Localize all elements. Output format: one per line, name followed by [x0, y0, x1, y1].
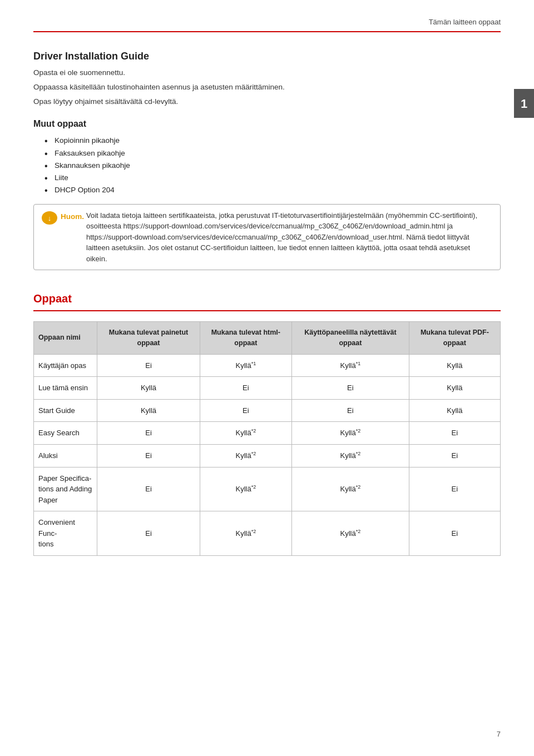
list-item: Skannauksen pikaohje [44, 160, 501, 171]
row-printed: Ei [97, 467, 200, 511]
row-panel: Kyllä*2 [292, 422, 409, 445]
row-name: Convenient Func-tions [34, 511, 97, 556]
table-row: Lue tämä ensin Kyllä Ei Ei Kyllä [34, 377, 501, 400]
list-item: Faksauksen pikaohje [44, 148, 501, 159]
row-html: Kyllä*2 [200, 511, 291, 556]
intro-line1: Opasta ei ole suomennettu. [33, 67, 501, 78]
row-pdf: Kyllä [409, 354, 500, 377]
table-header-pdf: Mukana tulevat PDF-oppaat [409, 322, 500, 355]
intro-line2: Oppaassa käsitellään tulostinohainten as… [33, 82, 501, 93]
table-row: Start Guide Kyllä Ei Ei Kyllä [34, 399, 501, 422]
table-header-printed: Mukana tulevat painetut oppaat [97, 322, 200, 355]
muut-oppaat-title: Muut oppaat [33, 117, 501, 131]
note-box: ↓ Huom. Voit ladata tietoja laitteen ser… [33, 204, 501, 271]
list-item: Kopioinnin pikaohje [44, 135, 501, 146]
row-name: Paper Specifica-tions and AddingPaper [34, 467, 97, 511]
row-panel: Kyllä*2 [292, 445, 409, 467]
note-icon: ↓ [42, 211, 57, 225]
row-name: Käyttäjän opas [34, 354, 97, 377]
note-text: Voit ladata tietoja laitteen sertifikaat… [86, 210, 492, 265]
note-label: Huom. [61, 211, 84, 222]
row-html: Kyllä*1 [200, 354, 291, 377]
svg-text:↓: ↓ [48, 214, 52, 222]
row-printed: Kyllä [97, 377, 200, 400]
section-title: Driver Installation Guide [33, 49, 501, 64]
row-pdf: Ei [409, 511, 500, 556]
row-printed: Ei [97, 445, 200, 467]
row-name: Aluksi [34, 445, 97, 467]
row-pdf: Ei [409, 445, 500, 467]
row-name: Start Guide [34, 399, 97, 422]
row-html: Ei [200, 377, 291, 400]
header-title: Tämän laitteen oppaat [429, 17, 501, 28]
table-header-html: Mukana tulevat html-oppaat [200, 322, 291, 355]
table-row: Aluksi Ei Kyllä*2 Kyllä*2 Ei [34, 445, 501, 467]
row-name: Easy Search [34, 422, 97, 445]
table-row: Käyttäjän opas Ei Kyllä*1 Kyllä*1 Kyllä [34, 354, 501, 377]
row-panel: Kyllä*2 [292, 467, 409, 511]
row-panel: Ei [292, 377, 409, 400]
row-printed: Ei [97, 422, 200, 445]
row-panel: Kyllä*2 [292, 511, 409, 556]
row-html: Kyllä*2 [200, 445, 291, 467]
header-bar: Tämän laitteen oppaat [33, 17, 501, 32]
row-panel: Kyllä*1 [292, 354, 409, 377]
list-item: Liite [44, 172, 501, 183]
footer-page-number: 7 [497, 729, 501, 740]
table-row: Easy Search Ei Kyllä*2 Kyllä*2 Ei [34, 422, 501, 445]
row-panel: Ei [292, 399, 409, 422]
guide-table: Oppaan nimi Mukana tulevat painetut oppa… [33, 321, 501, 556]
page: Tämän laitteen oppaat 1 Driver Installat… [0, 0, 534, 756]
list-item: DHCP Option 204 [44, 185, 501, 196]
row-pdf: Ei [409, 422, 500, 445]
row-printed: Ei [97, 511, 200, 556]
row-html: Kyllä*2 [200, 422, 291, 445]
table-header-panel: Käyttöpaneelilla näytettävät oppaat [292, 322, 409, 355]
muut-oppaat-list: Kopioinnin pikaohje Faksauksen pikaohje … [44, 135, 501, 196]
row-name: Lue tämä ensin [34, 377, 97, 400]
row-printed: Ei [97, 354, 200, 377]
oppaat-title: Oppaat [33, 290, 501, 311]
table-row: Paper Specifica-tions and AddingPaper Ei… [34, 467, 501, 511]
table-header-name: Oppaan nimi [34, 322, 97, 355]
intro-line3: Opas löytyy ohjaimet sisältävältä cd-lev… [33, 96, 501, 107]
row-printed: Kyllä [97, 399, 200, 422]
row-pdf: Kyllä [409, 399, 500, 422]
row-html: Kyllä*2 [200, 467, 291, 511]
page-number: 1 [521, 94, 527, 113]
row-pdf: Kyllä [409, 377, 500, 400]
row-pdf: Ei [409, 467, 500, 511]
page-number-badge: 1 [514, 89, 534, 118]
oppaat-section: Oppaat Oppaan nimi Mukana tulevat painet… [33, 290, 501, 556]
table-row: Convenient Func-tions Ei Kyllä*2 Kyllä*2… [34, 511, 501, 556]
row-html: Ei [200, 399, 291, 422]
